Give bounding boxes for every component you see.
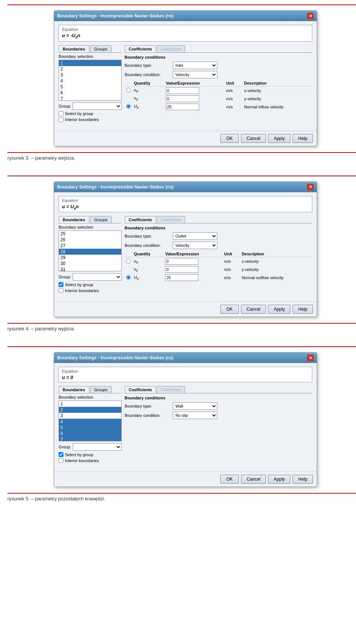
unit-v0-1: m/s	[225, 95, 243, 103]
boundary-type-select-3[interactable]: Wall Inlet Outlet	[173, 402, 217, 410]
close-button-2[interactable]: ✕	[307, 184, 314, 190]
list-item-1-2[interactable]: 2	[59, 66, 121, 72]
equation-label-3: Equation	[62, 369, 309, 373]
radio-u0-1[interactable]	[126, 88, 131, 92]
table-row: v0 m/s y-velocity	[125, 265, 312, 274]
list-item-1-1[interactable]: 1	[59, 60, 121, 66]
boundary-type-row-2: Boundary type: Outlet Inlet Wall	[125, 232, 312, 240]
list-item-2-26[interactable]: 26	[59, 237, 121, 243]
boundary-type-select-2[interactable]: Outlet Inlet Wall	[173, 232, 217, 240]
caption-2: rysunek 4. – parametry wyjścia.	[7, 326, 356, 331]
input-v0-2[interactable]	[165, 266, 198, 273]
list-item-1-5[interactable]: 5	[59, 84, 121, 90]
list-item-3-1[interactable]: 1	[59, 401, 121, 407]
list-item-3-2[interactable]: 2	[59, 407, 121, 413]
rtab-coefficients-1[interactable]: Coefficients	[125, 45, 156, 52]
list-item-1-6[interactable]: 6	[59, 90, 121, 96]
cancel-button-3[interactable]: Cancel	[241, 475, 266, 484]
group-select-1[interactable]	[73, 102, 122, 110]
cancel-button-2[interactable]: Cancel	[241, 305, 266, 314]
qty-U0-2: U0	[132, 274, 164, 282]
rtab-coefficients-3[interactable]: Coefficients	[125, 386, 156, 393]
input-u0-2[interactable]	[165, 258, 198, 265]
qty-u0-2: u0	[132, 257, 164, 266]
list-item-3-4[interactable]: 4	[59, 419, 121, 425]
input-v0-1[interactable]	[166, 95, 199, 102]
dialog-title-1: Boundary Settings - Incompressible Navie…	[57, 13, 174, 19]
qty-v0-2: v0	[132, 265, 164, 274]
close-button-3[interactable]: ✕	[307, 354, 314, 361]
titlebar-3: Boundary Settings - Incompressible Navie…	[54, 353, 317, 363]
boundary-list-3[interactable]: 1 2 3 4 5 6 7	[59, 401, 122, 441]
table-row: U0 m/s Normal outflow velocity	[125, 274, 312, 282]
th-desc-2: Description	[240, 251, 312, 257]
boundary-condition-select-3[interactable]: No slip Velocity	[173, 412, 217, 419]
list-item-1-7[interactable]: 7	[59, 96, 121, 101]
interior-boundaries-checkbox-3[interactable]	[59, 458, 63, 463]
apply-button-2[interactable]: Apply	[268, 305, 290, 314]
apply-button-3[interactable]: Apply	[268, 475, 290, 484]
boundary-condition-select-1[interactable]: Velocity	[173, 71, 217, 78]
select-by-group-checkbox-2[interactable]	[59, 282, 63, 287]
help-button-3[interactable]: Help	[293, 475, 313, 484]
list-item-2-29[interactable]: 29	[59, 255, 121, 261]
red-line-top-3	[7, 346, 356, 347]
boundary-list-1[interactable]: 1 2 3 4 5 6 7	[59, 60, 122, 101]
rtab-colorstyle-1[interactable]: Color/Style	[157, 45, 185, 52]
group-select-2[interactable]	[73, 273, 122, 281]
ok-button-3[interactable]: OK	[220, 475, 239, 484]
list-item-2-31[interactable]: 31	[59, 267, 121, 271]
help-button-1[interactable]: Help	[293, 134, 313, 143]
th-desc-1: Description	[243, 80, 312, 86]
list-item-1-4[interactable]: 4	[59, 78, 121, 84]
ok-button-2[interactable]: OK	[220, 305, 239, 314]
input-U0-1[interactable]	[166, 104, 199, 110]
list-item-3-7[interactable]: 7	[59, 437, 121, 441]
ok-button-1[interactable]: OK	[220, 134, 239, 143]
cancel-button-1[interactable]: Cancel	[241, 134, 266, 143]
list-item-3-5[interactable]: 5	[59, 425, 121, 431]
red-line-top-1	[7, 4, 356, 5]
list-item-3-3[interactable]: 3	[59, 413, 121, 419]
th-unit-1: Unit	[225, 80, 243, 86]
equation-box-2: Equation u = U0n	[59, 196, 312, 213]
list-item-3-6[interactable]: 6	[59, 431, 121, 437]
tab-groups-2[interactable]: Groups	[90, 216, 112, 223]
boundary-condition-label-3: Boundary condition:	[125, 413, 173, 418]
list-item-1-3[interactable]: 3	[59, 72, 121, 78]
qty-u0-1: u0	[132, 86, 164, 95]
select-by-group-label-1: Select by group	[65, 111, 93, 116]
interior-boundaries-checkbox-1[interactable]	[59, 117, 63, 122]
th-value-2: Value/Expression	[164, 251, 222, 257]
close-button-1[interactable]: ✕	[307, 13, 314, 19]
rtab-colorstyle-2[interactable]: Color/Style	[157, 216, 185, 223]
input-u0-1[interactable]	[166, 87, 199, 94]
tab-groups-3[interactable]: Groups	[90, 386, 112, 393]
tab-boundaries-2[interactable]: Boundaries	[59, 216, 89, 223]
rtab-colorstyle-3[interactable]: Color/Style	[157, 386, 185, 393]
group-select-3[interactable]	[73, 443, 122, 451]
apply-button-1[interactable]: Apply	[268, 134, 290, 143]
tab-boundaries-1[interactable]: Boundaries	[59, 45, 89, 52]
tab-groups-1[interactable]: Groups	[90, 45, 112, 52]
list-item-2-30[interactable]: 30	[59, 261, 121, 267]
input-U0-2[interactable]	[165, 274, 198, 281]
interior-boundaries-checkbox-2[interactable]	[59, 288, 63, 293]
list-item-2-28[interactable]: 28	[59, 249, 121, 255]
boundary-list-2[interactable]: 25 26 27 28 29 30 31	[59, 231, 122, 271]
select-by-group-checkbox-1[interactable]	[59, 111, 63, 116]
left-tab-bar-3: Boundaries Groups	[59, 386, 122, 393]
list-item-2-25[interactable]: 25	[59, 231, 121, 237]
rtab-coefficients-2[interactable]: Coefficients	[125, 216, 156, 223]
list-item-2-27[interactable]: 27	[59, 243, 121, 249]
tab-boundaries-3[interactable]: Boundaries	[59, 386, 89, 393]
radio-u0-2[interactable]	[126, 259, 131, 264]
th-quantity-1: Quantity	[132, 80, 164, 86]
select-by-group-checkbox-3[interactable]	[59, 452, 63, 457]
radio-U0-2[interactable]	[126, 275, 131, 280]
radio-U0-1[interactable]	[126, 104, 131, 109]
left-tab-bar-2: Boundaries Groups	[59, 216, 122, 223]
boundary-type-select-1[interactable]: Inlet Outlet Wall	[173, 62, 217, 69]
help-button-2[interactable]: Help	[293, 305, 313, 314]
boundary-condition-select-2[interactable]: Velocity	[173, 242, 217, 249]
